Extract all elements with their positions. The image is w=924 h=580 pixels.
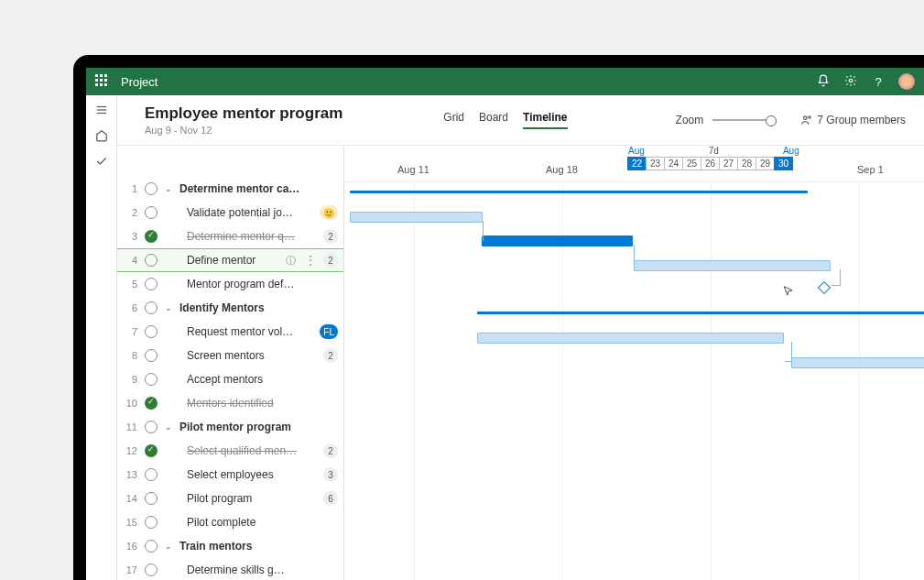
mini-cell[interactable]: 28 [737, 157, 756, 170]
settings-icon[interactable] [843, 74, 858, 90]
task-name[interactable]: Define mentor [179, 254, 278, 267]
gantt-task-bar[interactable] [634, 260, 831, 271]
mini-timeline[interactable]: Aug 7d Aug 222324252627282930 [628, 146, 799, 170]
gantt-task-bar[interactable] [350, 212, 483, 223]
task-row[interactable]: 5Mentor program def… [117, 272, 343, 296]
info-icon[interactable]: ⓘ [286, 254, 296, 268]
task-row[interactable]: 14Pilot program6 [117, 487, 343, 510]
status-circle-icon[interactable] [145, 278, 158, 290]
status-done-icon[interactable] [145, 444, 158, 457]
zoom-slider[interactable] [712, 119, 777, 121]
status-done-icon[interactable] [145, 397, 158, 410]
help-icon[interactable]: ? [871, 75, 886, 89]
status-circle-icon[interactable] [145, 373, 158, 386]
mini-cell[interactable]: 23 [646, 157, 665, 170]
task-row[interactable]: 10Mentors identified [117, 391, 343, 415]
chevron-down-icon[interactable]: ⌄ [165, 542, 172, 551]
status-circle-icon[interactable] [145, 206, 158, 219]
notifications-icon[interactable] [816, 74, 831, 90]
status-circle-icon[interactable] [145, 492, 158, 505]
task-name[interactable]: Mentors identified [179, 397, 338, 410]
gantt-milestone[interactable] [818, 281, 831, 294]
mini-cell[interactable]: 26 [701, 157, 720, 170]
task-name[interactable]: Screen mentors [179, 349, 316, 362]
status-circle-icon[interactable] [145, 325, 158, 338]
count-badge[interactable]: 3 [323, 467, 338, 482]
mini-cell[interactable]: 27 [719, 157, 738, 170]
count-badge[interactable]: 2 [323, 348, 338, 363]
status-done-icon[interactable] [145, 230, 158, 243]
task-row[interactable]: 16⌄Train mentors [117, 534, 343, 558]
count-badge[interactable]: 2 [323, 253, 338, 268]
cursor-icon [782, 285, 795, 301]
status-circle-icon[interactable] [145, 564, 158, 576]
task-row[interactable]: 11⌄Pilot mentor program [117, 415, 343, 439]
status-circle-icon[interactable] [145, 540, 158, 553]
home-icon[interactable] [94, 128, 109, 143]
tab-grid[interactable]: Grid [443, 111, 464, 129]
gantt-summary-bar[interactable] [477, 312, 924, 314]
task-name[interactable]: Train mentors [179, 540, 338, 553]
task-name[interactable]: Pilot mentor program [179, 421, 338, 433]
tab-board[interactable]: Board [479, 111, 508, 129]
mini-cell[interactable]: 29 [756, 157, 775, 170]
check-icon[interactable] [94, 154, 109, 169]
gantt-summary-bar[interactable] [350, 191, 808, 193]
menu-icon[interactable] [94, 103, 109, 117]
members-label[interactable]: 7 Group members [817, 114, 906, 126]
count-badge[interactable]: 6 [323, 491, 338, 506]
assignee-avatar[interactable]: 🙂 [320, 205, 338, 220]
gantt-task-bar[interactable] [482, 235, 633, 246]
task-name[interactable]: Select qualified men… [179, 444, 316, 457]
mini-cell[interactable]: 24 [664, 157, 683, 170]
count-badge[interactable]: 2 [323, 443, 338, 458]
status-circle-icon[interactable] [145, 349, 158, 362]
task-row[interactable]: 7Request mentor vol…FL [117, 320, 343, 344]
task-name[interactable]: Determine mentor ca… [179, 182, 338, 195]
chevron-down-icon[interactable]: ⌄ [165, 184, 172, 193]
task-name[interactable]: Mentor program def… [179, 278, 338, 290]
count-badge[interactable]: 2 [323, 229, 338, 244]
chevron-down-icon[interactable]: ⌄ [165, 422, 172, 432]
task-name[interactable]: Pilot complete [179, 516, 338, 529]
task-row[interactable]: 8Screen mentors2 [117, 344, 343, 367]
task-name[interactable]: Identify Mentors [179, 301, 338, 314]
task-name[interactable]: Select employees [179, 468, 316, 481]
task-row[interactable]: 2Validate potential jo…🙂 [117, 201, 343, 224]
mini-cell[interactable]: 30 [774, 157, 793, 170]
task-number: 12 [125, 445, 137, 456]
status-circle-icon[interactable] [145, 516, 158, 529]
app-launcher-icon[interactable] [95, 74, 110, 89]
status-circle-icon[interactable] [145, 421, 158, 433]
gantt-task-bar[interactable] [791, 357, 924, 368]
status-circle-icon[interactable] [145, 301, 158, 314]
count-badge[interactable]: FL [320, 324, 338, 339]
task-row[interactable]: 6⌄Identify Mentors [117, 296, 343, 320]
task-row[interactable]: 9Accept mentors [117, 367, 343, 391]
task-name[interactable]: Determine mentor q… [179, 230, 316, 243]
task-row[interactable]: 1⌄Determine mentor ca… [117, 177, 343, 201]
task-name[interactable]: Validate potential jo… [179, 206, 312, 219]
status-circle-icon[interactable] [145, 254, 158, 267]
chevron-down-icon[interactable]: ⌄ [165, 303, 172, 312]
task-row[interactable]: 17Determine skills g… [117, 558, 343, 580]
gantt-task-bar[interactable] [477, 333, 784, 344]
task-row[interactable]: 15Pilot complete [117, 510, 343, 534]
more-menu-icon[interactable]: ⋮ [305, 254, 316, 267]
task-row[interactable]: 3Determine mentor q…2 [117, 224, 343, 248]
status-circle-icon[interactable] [145, 182, 158, 195]
gantt-connector [483, 221, 484, 241]
mini-cell[interactable]: 22 [627, 157, 647, 170]
user-avatar[interactable] [898, 73, 915, 90]
task-name[interactable]: Pilot program [179, 492, 316, 505]
task-row[interactable]: 4Define mentorⓘ⋮2 [117, 248, 343, 272]
gantt-chart[interactable]: Aug 11 Aug 18 Sep 1 Aug 7d Aug 222324252… [344, 146, 924, 580]
mini-cell[interactable]: 25 [682, 157, 701, 170]
tab-timeline[interactable]: Timeline [523, 111, 567, 129]
task-name[interactable]: Request mentor vol… [179, 325, 312, 338]
task-name[interactable]: Accept mentors [179, 373, 338, 386]
task-row[interactable]: 13Select employees3 [117, 463, 343, 487]
task-name[interactable]: Determine skills g… [179, 564, 338, 576]
task-row[interactable]: 12Select qualified men…2 [117, 439, 343, 463]
status-circle-icon[interactable] [145, 468, 158, 481]
